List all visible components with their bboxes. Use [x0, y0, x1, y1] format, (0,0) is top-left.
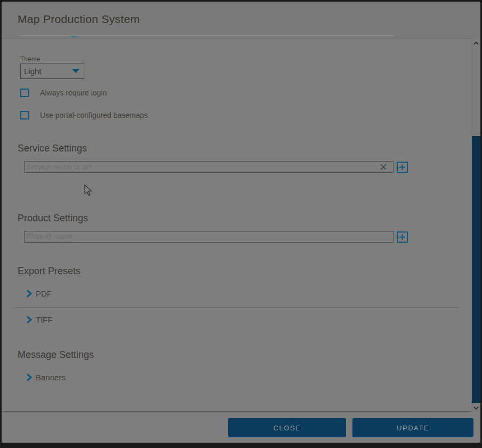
theme-select-value: Light [24, 67, 72, 76]
scrolled-out-caret-remnant [71, 36, 77, 37]
always-require-login-row: Always require login [20, 89, 107, 97]
add-product-button[interactable] [397, 231, 408, 243]
chevron-down-icon [473, 406, 479, 410]
preset-pdf-expander[interactable]: PDF [26, 289, 52, 298]
plus-icon [399, 164, 406, 171]
service-name-input[interactable] [24, 161, 393, 173]
theme-label: Theme [20, 55, 40, 63]
plus-icon [399, 234, 406, 241]
update-button[interactable]: UPDATE [352, 418, 473, 437]
scroll-up-button[interactable] [472, 39, 480, 47]
portal-basemaps-checkbox[interactable] [20, 111, 29, 119]
dialog-header: Map Production System [2, 2, 480, 38]
scroll-down-button[interactable] [472, 404, 480, 412]
dialog-footer: CLOSE UPDATE [2, 412, 480, 443]
preset-divider [13, 307, 459, 308]
clear-x-icon[interactable] [379, 163, 388, 171]
export-presets-heading: Export Presets [18, 266, 81, 277]
close-button[interactable]: CLOSE [228, 418, 346, 437]
chevron-up-icon [473, 42, 479, 45]
banners-label: Banners [36, 373, 66, 382]
caret-down-icon [72, 69, 79, 73]
chevron-right-icon [26, 373, 32, 381]
scrollbar-thumb[interactable] [472, 136, 480, 403]
banners-expander[interactable]: Banners [26, 373, 66, 382]
vertical-scrollbar[interactable] [471, 38, 480, 412]
preset-pdf-label: PDF [36, 289, 52, 298]
preset-tiff-expander[interactable]: TIFF [26, 315, 53, 324]
portal-basemaps-label: Use portal-configured basemaps [40, 111, 148, 119]
dialog-title: Map Production System [18, 13, 140, 26]
product-name-input[interactable] [24, 231, 393, 243]
preset-tiff-label: TIFF [36, 315, 53, 324]
theme-select[interactable]: Light [20, 63, 84, 79]
always-require-login-label: Always require login [40, 89, 107, 97]
chevron-right-icon [26, 290, 32, 298]
message-settings-heading: Message Settings [18, 349, 94, 361]
portal-basemaps-row: Use portal-configured basemaps [20, 111, 148, 119]
header-divider [2, 38, 480, 38]
screen: Map Production System Theme Light Always… [0, 0, 482, 448]
chevron-right-icon [26, 316, 32, 324]
service-settings-heading: Service Settings [18, 143, 87, 154]
map-production-system-dialog: Map Production System Theme Light Always… [2, 2, 480, 443]
product-settings-heading: Product Settings [18, 213, 88, 224]
add-service-button[interactable] [397, 162, 408, 173]
always-require-login-checkbox[interactable] [20, 89, 29, 97]
